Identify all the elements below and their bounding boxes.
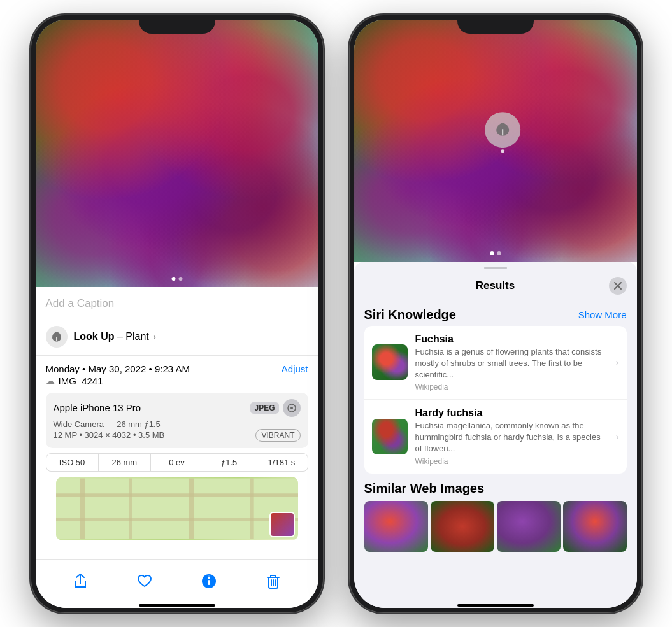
knowledge-card: Fuchsia Fuchsia is a genus of flowering … (364, 326, 627, 474)
fuchsia-title: Fuchsia (415, 334, 606, 345)
leaf-icon (50, 330, 63, 343)
date-text: Monday • May 30, 2022 • 9:23 AM (46, 363, 190, 374)
exif-row: ISO 50 26 mm 0 ev ƒ1.5 1/181 s (46, 453, 308, 472)
caption-placeholder[interactable]: Add a Caption (46, 297, 115, 309)
similar-image-1[interactable] (364, 501, 428, 552)
hardy-chevron: › (616, 432, 619, 442)
lookup-icon-circle (46, 326, 68, 348)
fuchsia-content: Fuchsia Fuchsia is a genus of flowering … (415, 334, 606, 392)
phone-1-screen: Add a Caption Look Up – Plant › (36, 20, 318, 608)
leaf-lookup-icon (494, 121, 511, 139)
phone-1: Add a Caption Look Up – Plant › (31, 15, 324, 613)
svg-point-1 (290, 407, 293, 409)
knowledge-item-hardy[interactable]: Hardy fuchsia Fuchsia magellanica, commo… (364, 400, 627, 474)
caption-area[interactable]: Add a Caption (36, 287, 318, 318)
map-svg (56, 477, 298, 540)
photo-display[interactable] (36, 20, 318, 287)
similar-image-2[interactable] (431, 501, 494, 552)
hardy-content: Hardy fuchsia Fuchsia magellanica, commo… (415, 407, 606, 466)
delete-button[interactable] (259, 567, 287, 595)
trash-icon (266, 573, 281, 589)
svg-rect-11 (208, 580, 210, 585)
hardy-title: Hardy fuchsia (415, 407, 606, 419)
info-button[interactable] (195, 567, 223, 595)
adjust-button[interactable]: Adjust (282, 363, 308, 374)
knowledge-item-fuchsia[interactable]: Fuchsia Fuchsia is a genus of flowering … (364, 326, 627, 400)
page-indicator-2 (490, 251, 501, 255)
fuchsia-thumbnail (372, 344, 408, 380)
similar-title: Similar Web Images (364, 481, 627, 496)
dot-2 (178, 277, 182, 281)
page-indicator (171, 277, 182, 281)
hardy-thumb-bg (372, 419, 408, 454)
info-icon (201, 573, 217, 589)
similar-image-4[interactable] (563, 501, 627, 552)
close-icon (613, 281, 622, 290)
bottom-toolbar (36, 559, 318, 608)
metadata-section: Monday • May 30, 2022 • 9:23 AM Adjust ☁… (36, 356, 318, 540)
close-button[interactable] (609, 277, 627, 295)
svg-rect-4 (129, 478, 132, 539)
flower-overlay (36, 20, 318, 287)
device-info-card: Apple iPhone 13 Pro JPEG Wide Camera (46, 393, 308, 448)
svg-rect-7 (56, 493, 298, 497)
exif-iso: ISO 50 (46, 454, 99, 471)
favorite-button[interactable] (131, 567, 159, 595)
svg-rect-2 (56, 478, 298, 539)
show-more-button[interactable]: Show More (578, 309, 627, 320)
hardy-description: Fuchsia magellanica, commonly known as t… (415, 420, 606, 455)
similar-image-3[interactable] (497, 501, 561, 552)
dot-1-2 (490, 251, 494, 255)
svg-rect-3 (80, 478, 85, 539)
fuchsia-thumb-bg (372, 344, 408, 380)
vibrant-badge: VIBRANT (255, 429, 300, 442)
svg-rect-8 (56, 518, 298, 521)
results-sheet: Results Siri Knowledge Show More (354, 262, 637, 608)
fuchsia-description: Fuchsia is a genus of flowering plants t… (415, 346, 606, 381)
lookup-row[interactable]: Look Up – Plant › (36, 318, 318, 356)
hardy-thumbnail (372, 419, 408, 454)
photo-display-2 (354, 20, 637, 262)
settings-icon (287, 403, 297, 413)
sheet-handle (484, 267, 507, 269)
notch-2 (457, 15, 534, 34)
results-title: Results (382, 279, 609, 292)
phone-2: Results Siri Knowledge Show More (349, 15, 642, 613)
notch (139, 15, 215, 34)
svg-rect-5 (189, 478, 194, 539)
share-button[interactable] (66, 567, 94, 595)
share-icon (72, 573, 89, 589)
home-indicator (139, 604, 215, 607)
photo-location-thumbnail (269, 512, 295, 537)
exif-shutter: 1/181 s (255, 454, 307, 471)
lookup-label: Look Up – Plant › (74, 331, 156, 342)
device-name: Apple iPhone 13 Pro (54, 402, 141, 413)
camera-details: Wide Camera — 26 mm ƒ1.5 (54, 419, 301, 429)
exif-ev: 0 ev (151, 454, 203, 471)
hardy-source: Wikipedia (415, 457, 606, 466)
resolution-text: 12 MP • 3024 × 4032 • 3.5 MB (54, 430, 165, 440)
visual-lookup-button[interactable] (485, 112, 520, 148)
svg-point-12 (208, 575, 210, 577)
home-indicator-2 (457, 604, 534, 607)
exif-aperture: ƒ1.5 (203, 454, 255, 471)
dot-1 (171, 277, 175, 281)
format-badge: JPEG (250, 402, 278, 414)
fuchsia-chevron: › (616, 357, 619, 367)
exif-focal: 26 mm (99, 454, 151, 471)
results-header: Results (354, 277, 637, 302)
siri-knowledge-title: Siri Knowledge (364, 307, 456, 322)
dot-2-2 (497, 251, 501, 255)
lookup-chevron: › (153, 332, 156, 342)
similar-images-grid (364, 501, 627, 552)
heart-icon (136, 573, 153, 589)
settings-circle (283, 399, 301, 417)
map-thumbnail[interactable] (56, 477, 298, 540)
thumb-inner (271, 513, 294, 536)
fuchsia-source: Wikipedia (415, 383, 606, 391)
svg-rect-6 (250, 478, 254, 539)
lookup-dot (501, 149, 504, 153)
cloud-icon: ☁ (46, 376, 55, 386)
siri-knowledge-header: Siri Knowledge Show More (354, 302, 637, 326)
phone-2-screen: Results Siri Knowledge Show More (354, 20, 637, 608)
